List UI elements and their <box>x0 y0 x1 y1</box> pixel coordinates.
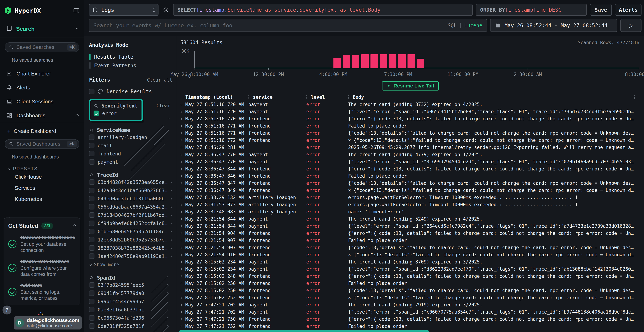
preset-link[interactable]: ClickHouse <box>4 171 80 182</box>
source-select[interactable]: Logs <box>89 4 158 16</box>
log-row[interactable]: May 27 7:47:21.752 AM frontend error Fai… <box>179 323 642 330</box>
checkbox[interactable] <box>89 180 94 185</box>
expand-row-icon[interactable] <box>180 154 182 156</box>
get-started-header[interactable]: Get Started 3/3 <box>8 222 76 229</box>
expand-row-icon[interactable] <box>180 311 182 313</box>
language-toggle-lucene[interactable]: Lucene <box>464 22 482 28</box>
run-query-button[interactable]: ▷ <box>620 19 642 32</box>
filter-option[interactable]: 056cd9acbaac8637a4354a2… <box>89 203 172 211</box>
checkbox[interactable] <box>89 254 94 259</box>
checkbox[interactable] <box>89 245 94 250</box>
filter-option[interactable]: 09ab1c4544c9a357 <box>89 297 172 306</box>
filter-option[interactable]: 0ae8e1f6c6b37fb1 <box>89 306 172 314</box>
get-started-item[interactable]: Add Data Start sending logs, metrics, or… <box>8 283 76 301</box>
histogram-bar[interactable] <box>343 55 350 68</box>
user-menu[interactable]: D dale@clickhouse.com dale@clickhouse.co… <box>14 316 82 330</box>
expand-row-icon[interactable] <box>180 254 182 256</box>
source-settings-button[interactable] <box>162 4 170 16</box>
log-row[interactable]: May 27 8:21:54.844 AM payment error The … <box>179 215 642 222</box>
checkbox[interactable] <box>89 212 94 218</box>
expand-row-icon[interactable] <box>180 196 182 199</box>
expand-row-icon[interactable] <box>180 118 182 120</box>
expand-row-icon[interactable] <box>180 125 182 127</box>
log-row[interactable]: May 27 8:36:47.846 AM frontend error Fai… <box>179 172 642 180</box>
expand-row-icon[interactable] <box>180 268 182 270</box>
scrollbar-thumb[interactable] <box>179 330 429 332</box>
alerts-button[interactable]: Alerts <box>615 4 642 16</box>
sidebar-collapse-icon[interactable] <box>73 7 80 14</box>
log-row[interactable]: May 27 8:36:47.770 AM payment error {"le… <box>179 158 642 165</box>
log-row[interactable]: May 27 8:21:54.904 AM frontend error {"e… <box>179 230 642 237</box>
order-by-input[interactable]: ORDER BY TimestampTime DESC <box>476 4 587 16</box>
expand-row-icon[interactable] <box>180 132 182 134</box>
log-row[interactable]: May 27 8:36:47.844 AM frontend error {"e… <box>179 165 642 172</box>
presets-toggle[interactable]: PRESETS <box>4 166 80 171</box>
filter-only-chevron-icon[interactable] <box>170 190 172 191</box>
column-resize-handle[interactable] <box>306 95 307 100</box>
filter-option[interactable]: 09041fb457779da0 <box>89 289 172 297</box>
log-row[interactable]: May 27 8:51:16.770 AM frontend error {"e… <box>179 115 642 122</box>
expand-row-icon[interactable] <box>180 218 182 220</box>
histogram-plot[interactable] <box>194 51 639 68</box>
preset-link[interactable]: Kubernetes <box>4 194 80 205</box>
filter-only-chevron-icon[interactable] <box>170 239 172 240</box>
expand-row-icon[interactable] <box>180 304 182 306</box>
log-row[interactable]: May 27 8:31:48.083 AM artillery-loadgen … <box>179 208 642 215</box>
expand-row-icon[interactable] <box>180 261 182 263</box>
filter-only-chevron-icon[interactable] <box>170 222 172 224</box>
checkbox[interactable] <box>89 315 94 320</box>
sidebar-item-search[interactable]: Search <box>4 25 80 38</box>
chevron-up-icon[interactable] <box>76 28 79 30</box>
filter-option[interactable]: artillery-loadgen <box>89 133 172 141</box>
log-row[interactable]: May 27 8:15:02.250 AM frontend error Fai… <box>179 280 642 287</box>
histogram-bar[interactable] <box>380 54 387 68</box>
log-row[interactable]: May 27 7:47:21.702 AM payment error {"le… <box>179 308 642 316</box>
checkbox[interactable] <box>89 299 94 304</box>
expand-row-icon[interactable] <box>180 318 182 320</box>
log-row[interactable]: May 27 8:36:47.849 AM frontend error × {… <box>179 187 642 194</box>
log-row[interactable]: May 27 8:15:02.252 AM frontend error × {… <box>179 294 642 301</box>
search-icon[interactable] <box>89 128 94 133</box>
log-row[interactable]: May 27 8:21:54.910 AM frontend error × {… <box>179 251 642 258</box>
language-toggle-sql[interactable]: SQL <box>448 22 457 28</box>
filter-option[interactable]: 03f7b824595feec5 <box>89 281 172 289</box>
log-row[interactable]: May 27 7:47:21.702 AM payment error The … <box>179 301 642 308</box>
checkbox[interactable] <box>89 143 94 148</box>
checkbox[interactable] <box>89 220 94 226</box>
checkbox[interactable] <box>89 151 94 156</box>
log-row[interactable]: May 27 8:33:29.132 AM artillery-loadgen … <box>179 194 642 201</box>
checkbox[interactable] <box>89 196 94 201</box>
event-search-input[interactable] <box>89 19 487 32</box>
log-row[interactable]: May 27 8:21:54.907 AM frontend error Fai… <box>179 237 642 244</box>
log-row[interactable]: May 27 8:36:47.770 AM payment error The … <box>179 151 642 158</box>
resume-live-tail-button[interactable]: Resume Live Tail <box>382 81 439 90</box>
histogram-bar[interactable] <box>352 55 360 68</box>
expand-row-icon[interactable] <box>180 168 182 170</box>
checkbox[interactable] <box>89 282 94 288</box>
log-row[interactable]: May 27 8:46:29.281 AM error 2025-05-26T0… <box>179 144 642 151</box>
denoise-results-toggle[interactable]: Denoise Results <box>89 88 172 94</box>
chevron-up-icon[interactable] <box>76 114 79 117</box>
log-row[interactable]: May 27 8:15:02.248 AM frontend error {"e… <box>179 272 642 280</box>
histogram-bar[interactable] <box>334 58 341 68</box>
saved-searches-field[interactable] <box>16 44 65 50</box>
expand-row-icon[interactable] <box>180 161 182 163</box>
expand-row-icon[interactable] <box>180 296 182 299</box>
chevron-up-icon[interactable] <box>73 224 76 228</box>
help-button[interactable]: ? <box>2 306 12 314</box>
filter-only-chevron-icon[interactable] <box>170 206 172 208</box>
expand-row-icon[interactable] <box>180 275 182 278</box>
search-icon[interactable] <box>89 276 94 280</box>
filter-option[interactable]: 18287038b73e882425c64b8… <box>89 244 172 252</box>
checkbox[interactable] <box>89 204 94 210</box>
saved-searches-input[interactable]: ⌘K <box>5 42 79 52</box>
filter-only-chevron-icon[interactable] <box>170 255 172 257</box>
log-row[interactable]: May 27 8:51:16.720 AM payment error The … <box>179 101 642 108</box>
log-row[interactable]: May 27 8:15:02.234 AM payment error {"le… <box>179 266 642 272</box>
search-icon[interactable] <box>89 172 94 178</box>
filter-option-error[interactable]: error <box>94 109 138 118</box>
log-row[interactable]: May 27 8:51:16.771 AM frontend error {"c… <box>179 130 642 137</box>
filter-option[interactable]: 0de781ff325a781f <box>89 322 172 330</box>
column-resize-handle[interactable] <box>248 95 249 100</box>
expand-row-icon[interactable] <box>180 211 182 213</box>
